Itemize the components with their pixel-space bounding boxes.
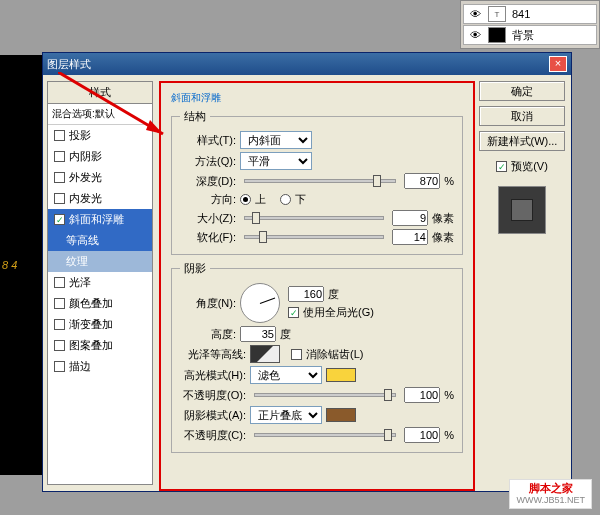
visibility-icon[interactable]: 👁	[468, 29, 482, 41]
shadow-color-swatch[interactable]	[326, 408, 356, 422]
close-icon[interactable]: ×	[549, 56, 567, 72]
gloss-label: 光泽等高线:	[180, 347, 246, 362]
styles-header: 样式	[48, 82, 152, 104]
style-item-描边[interactable]: 描边	[48, 356, 152, 377]
depth-label: 深度(D):	[180, 174, 236, 189]
direction-down-radio[interactable]	[280, 194, 291, 205]
style-select[interactable]: 内斜面	[240, 131, 312, 149]
gloss-contour[interactable]	[250, 345, 280, 363]
style-item-纹理[interactable]: 纹理	[48, 251, 152, 272]
shading-group: 阴影 角度(N): 度 ✓使用全局光(G) 高度:度 光泽等高线: 消除锯齿(L…	[171, 261, 463, 453]
layer-name: 841	[512, 8, 530, 20]
technique-label: 方法(Q):	[180, 154, 236, 169]
highlight-mode-select[interactable]: 滤色	[250, 366, 322, 384]
shadow-opacity-slider[interactable]	[254, 433, 396, 437]
cancel-button[interactable]: 取消	[479, 106, 565, 126]
ok-button[interactable]: 确定	[479, 81, 565, 101]
highlight-opacity-input[interactable]	[404, 387, 440, 403]
style-item-光泽[interactable]: 光泽	[48, 272, 152, 293]
direction-label: 方向:	[180, 192, 236, 207]
style-checkbox[interactable]	[54, 172, 65, 183]
style-checkbox[interactable]	[54, 298, 65, 309]
style-item-等高线[interactable]: 等高线	[48, 230, 152, 251]
layer-row[interactable]: 👁 T 841	[463, 4, 597, 24]
style-checkbox[interactable]	[54, 277, 65, 288]
shadow-mode-label: 阴影模式(A):	[180, 408, 246, 423]
direction-up-radio[interactable]	[240, 194, 251, 205]
highlight-mode-label: 高光模式(H):	[180, 368, 246, 383]
new-style-button[interactable]: 新建样式(W)...	[479, 131, 565, 151]
blending-options[interactable]: 混合选项:默认	[48, 104, 152, 125]
style-item-图案叠加[interactable]: 图案叠加	[48, 335, 152, 356]
style-checkbox[interactable]	[54, 361, 65, 372]
size-label: 大小(Z):	[180, 211, 236, 226]
depth-input[interactable]	[404, 173, 440, 189]
style-checkbox[interactable]	[54, 340, 65, 351]
antialias-checkbox[interactable]	[291, 349, 302, 360]
styles-list: 样式 混合选项:默认 投影内阴影外发光内发光✓斜面和浮雕等高线纹理光泽颜色叠加渐…	[47, 81, 153, 485]
watermark: 脚本之家 WWW.JB51.NET	[509, 479, 592, 509]
style-item-投影[interactable]: 投影	[48, 125, 152, 146]
layer-name: 背景	[512, 28, 534, 43]
style-item-外发光[interactable]: 外发光	[48, 167, 152, 188]
soften-input[interactable]	[392, 229, 428, 245]
titlebar[interactable]: 图层样式 ×	[43, 53, 571, 75]
visibility-icon[interactable]: 👁	[468, 8, 482, 20]
layers-panel: 👁 T 841 👁 背景	[460, 0, 600, 49]
style-item-内阴影[interactable]: 内阴影	[48, 146, 152, 167]
shadow-opacity-input[interactable]	[404, 427, 440, 443]
style-checkbox[interactable]	[54, 151, 65, 162]
altitude-input[interactable]	[240, 326, 276, 342]
style-item-渐变叠加[interactable]: 渐变叠加	[48, 314, 152, 335]
layer-thumb	[488, 27, 506, 43]
dialog-title: 图层样式	[47, 57, 91, 72]
style-checkbox[interactable]	[54, 319, 65, 330]
structure-legend: 结构	[180, 109, 210, 124]
opacity-label: 不透明度(O):	[180, 388, 246, 403]
size-slider[interactable]	[244, 216, 384, 220]
altitude-label: 高度:	[180, 327, 236, 342]
soften-slider[interactable]	[244, 235, 384, 239]
highlight-color-swatch[interactable]	[326, 368, 356, 382]
global-light-checkbox[interactable]: ✓	[288, 307, 299, 318]
angle-input[interactable]	[288, 286, 324, 302]
highlight-opacity-slider[interactable]	[254, 393, 396, 397]
technique-select[interactable]: 平滑	[240, 152, 312, 170]
angle-label: 角度(N):	[180, 296, 236, 311]
style-checkbox[interactable]: ✓	[54, 214, 65, 225]
dialog-buttons: 确定 取消 新建样式(W)... ✓预览(V)	[479, 81, 565, 485]
layer-thumb: T	[488, 6, 506, 22]
depth-slider[interactable]	[244, 179, 396, 183]
style-item-颜色叠加[interactable]: 颜色叠加	[48, 293, 152, 314]
structure-group: 结构 样式(T):内斜面 方法(Q):平滑 深度(D):% 方向:上 下 大小(…	[171, 109, 463, 255]
layer-style-dialog: 图层样式 × 样式 混合选项:默认 投影内阴影外发光内发光✓斜面和浮雕等高线纹理…	[42, 52, 572, 492]
angle-dial[interactable]	[240, 283, 280, 323]
style-item-斜面和浮雕[interactable]: ✓斜面和浮雕	[48, 209, 152, 230]
preview-checkbox[interactable]: ✓	[496, 161, 507, 172]
panel-heading: 斜面和浮雕	[171, 91, 463, 105]
opacity-label: 不透明度(C):	[180, 428, 246, 443]
style-checkbox[interactable]	[54, 193, 65, 204]
shading-legend: 阴影	[180, 261, 210, 276]
size-input[interactable]	[392, 210, 428, 226]
style-label: 样式(T):	[180, 133, 236, 148]
soften-label: 软化(F):	[180, 230, 236, 245]
effect-preview	[498, 186, 546, 234]
layer-row[interactable]: 👁 背景	[463, 25, 597, 45]
shadow-mode-select[interactable]: 正片叠底	[250, 406, 322, 424]
style-checkbox[interactable]	[54, 130, 65, 141]
settings-panel: 斜面和浮雕 结构 样式(T):内斜面 方法(Q):平滑 深度(D):% 方向:上…	[159, 81, 475, 485]
style-item-内发光[interactable]: 内发光	[48, 188, 152, 209]
